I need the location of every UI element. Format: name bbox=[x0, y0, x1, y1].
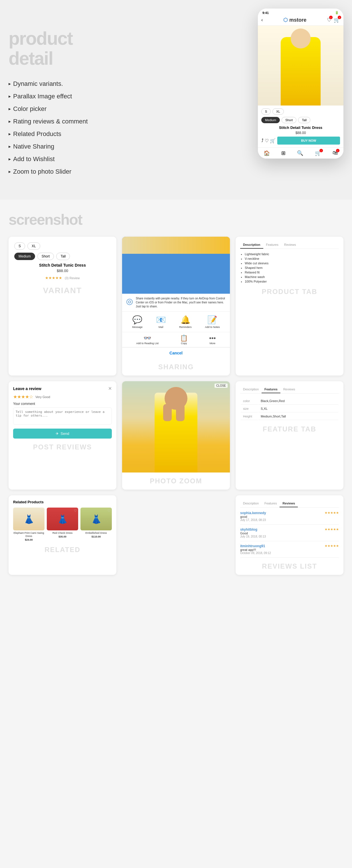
related-name-0: Elephant Print Cami Swing Dress bbox=[13, 531, 45, 538]
variant-short-btn[interactable]: Short bbox=[37, 253, 54, 260]
share-copy[interactable]: 📋 Copy bbox=[180, 335, 188, 345]
feature-0: Lightweight fabric bbox=[245, 252, 339, 256]
feature-item-5: Related Products bbox=[8, 130, 106, 138]
sharing-screenshot-bg bbox=[122, 237, 230, 294]
search-nav-icon[interactable]: 🔍 bbox=[297, 150, 303, 156]
zoom-image: CLOSE bbox=[122, 381, 230, 472]
share-more-actions: 👓 Add to Reading List 📋 Copy ••• More bbox=[122, 332, 230, 347]
screenshot-section: screenshot S XL Medium Short Tall Stitch… bbox=[0, 199, 352, 586]
feature-item-7: Add to Wishlist bbox=[8, 155, 106, 163]
back-icon[interactable]: ‹ bbox=[261, 18, 263, 23]
status-time: 9:41 bbox=[262, 11, 269, 14]
review-stars-2: ★★★★★ bbox=[325, 544, 339, 548]
variant-height-buttons: Medium Short Tall bbox=[14, 253, 111, 260]
close-review-icon[interactable]: ✕ bbox=[108, 386, 112, 391]
grid-nav-icon[interactable]: ⊞ bbox=[281, 150, 286, 156]
home-nav-icon[interactable]: 🏠 bbox=[264, 150, 270, 156]
wishlist-item-1[interactable]: ♡ bbox=[74, 509, 77, 513]
size-label: size bbox=[241, 405, 258, 412]
variant-s-btn[interactable]: S bbox=[14, 242, 25, 250]
comment-input[interactable] bbox=[13, 407, 112, 425]
variant-medium-btn[interactable]: Medium bbox=[14, 253, 35, 260]
feature-item-1: Dynamic variants. bbox=[8, 80, 106, 88]
variant-xl-btn[interactable]: XL bbox=[27, 242, 40, 250]
related-card: Related Products 👗 ♡ Elephant Print Cami… bbox=[8, 495, 116, 575]
feature-item-4: Rating reviews & comment bbox=[8, 118, 106, 125]
size-short[interactable]: Short bbox=[282, 117, 296, 123]
related-item-2: 👗 ♡ Embellished Dress $110.00 bbox=[81, 507, 112, 541]
phone-status-bar: 9:41 🔋 bbox=[258, 8, 344, 16]
rev-tab-features[interactable]: Features bbox=[262, 500, 280, 507]
wishlist-btn[interactable]: ♡ bbox=[265, 138, 269, 144]
cancel-label: Cancel bbox=[170, 351, 182, 355]
variant-section-label: VARIANT bbox=[14, 286, 111, 295]
related-price-2: $110.00 bbox=[81, 535, 112, 538]
battery-icon: 🔋 bbox=[335, 11, 339, 14]
tab-description[interactable]: Description bbox=[240, 241, 263, 249]
phone-product-info: S XL Medium Short Tall Stitch Detail Tun… bbox=[258, 105, 344, 148]
review-text-2: great app!!! bbox=[240, 548, 339, 552]
feat-tab-description[interactable]: Description bbox=[240, 386, 262, 393]
feature-row-height: Height Medium,Short,Tall bbox=[241, 413, 338, 420]
variant-tall-btn[interactable]: Tall bbox=[56, 253, 70, 260]
copy-label: Copy bbox=[180, 342, 188, 345]
hero-left: product detail Dynamic variants. Paralla… bbox=[8, 11, 106, 188]
related-img-2: 👗 ♡ bbox=[81, 507, 112, 530]
cart-nav-icon[interactable]: 🛒2 bbox=[315, 150, 321, 156]
related-img-1: 👗 ♡ bbox=[47, 507, 78, 530]
size-xl[interactable]: XL bbox=[272, 108, 284, 115]
share-message[interactable]: 💬 Message bbox=[132, 315, 143, 329]
related-name-1: Red Check Dress bbox=[47, 531, 78, 535]
size-s[interactable]: S bbox=[261, 108, 271, 115]
airdrop-text: Share instantly with people nearby. If t… bbox=[136, 297, 226, 309]
wishlist-item-2[interactable]: ♡ bbox=[108, 509, 111, 513]
related-item-0: 👗 ♡ Elephant Print Cami Swing Dress $24.… bbox=[13, 507, 45, 541]
close-zoom-btn[interactable]: CLOSE bbox=[214, 383, 228, 388]
phone-body: S XL Medium Short Tall Stitch Detail Tun… bbox=[258, 26, 344, 148]
buy-now-button[interactable]: BUY NOW bbox=[277, 136, 340, 145]
rev-tab-reviews[interactable]: Reviews bbox=[280, 500, 298, 507]
wishlist-item-0[interactable]: ♡ bbox=[40, 509, 43, 513]
tab-reviews[interactable]: Reviews bbox=[281, 241, 299, 249]
rev-tab-description[interactable]: Description bbox=[240, 500, 262, 507]
phone-logo: ⬡ mstore bbox=[283, 17, 306, 23]
related-price-1: $35.00 bbox=[47, 535, 78, 538]
review-text-1: Good bbox=[240, 531, 339, 535]
feature-table: color Black,Green,Red size S,XL Height M… bbox=[240, 397, 339, 421]
size-tall[interactable]: Tall bbox=[298, 117, 310, 123]
phone-header: ‹ ⬡ mstore ♡2 🛒2 bbox=[258, 16, 344, 26]
action-icons: ⤴ ♡ 🛒 bbox=[261, 138, 275, 144]
product-tab-nav: Description Features Reviews bbox=[240, 241, 339, 249]
share-notes[interactable]: 📝 Add to Notes bbox=[205, 315, 220, 329]
share-reminders[interactable]: 🔔 Reminders bbox=[179, 315, 192, 329]
send-button[interactable]: ✈ Send bbox=[13, 429, 112, 439]
share-reading-list[interactable]: 👓 Add to Reading List bbox=[136, 335, 159, 345]
share-more[interactable]: ••• More bbox=[209, 335, 216, 345]
size-medium[interactable]: Medium bbox=[261, 117, 280, 123]
profile-nav-icon[interactable]: 🛍 2 bbox=[332, 150, 338, 156]
screenshot-title: screenshot bbox=[8, 211, 344, 228]
share-mail[interactable]: 📧 Mail bbox=[156, 315, 166, 329]
share-icon[interactable]: ⤴ bbox=[261, 138, 264, 144]
feature-item-8: Zoom to photo Slider bbox=[8, 168, 106, 175]
buy-section: ⤴ ♡ 🛒 BUY NOW bbox=[261, 136, 340, 145]
feature-item-2: Parallax Image effect bbox=[8, 93, 106, 100]
cart-btn[interactable]: 🛒 bbox=[270, 138, 275, 144]
variant-size-buttons: S XL bbox=[14, 242, 111, 250]
review-stars[interactable]: ★★★★☆ bbox=[13, 394, 33, 400]
hero-title: product detail bbox=[8, 29, 106, 69]
size-buttons: S XL bbox=[261, 108, 340, 115]
comment-label: Your comment bbox=[13, 402, 112, 406]
sharing-cancel[interactable]: Cancel bbox=[122, 347, 230, 359]
feat-tab-features[interactable]: Features bbox=[262, 386, 281, 393]
related-products-list: 👗 ♡ Elephant Print Cami Swing Dress $24.… bbox=[13, 507, 112, 541]
color-value: Black,Green,Red bbox=[259, 398, 338, 405]
cart-icon[interactable]: 🛒2 bbox=[334, 17, 340, 23]
tab-features[interactable]: Features bbox=[263, 241, 281, 249]
photo-zoom-card: CLOSE PHOTO ZOOM bbox=[122, 381, 230, 490]
feature-6: 100% Polyester bbox=[245, 280, 339, 283]
feat-tab-reviews[interactable]: Reviews bbox=[281, 386, 298, 393]
review-title: Leave a review bbox=[13, 386, 41, 391]
review-entry-0: ★★★★★ sophia.kennedy good July 17, 2018,… bbox=[240, 511, 339, 525]
wishlist-icon[interactable]: ♡2 bbox=[327, 17, 331, 23]
